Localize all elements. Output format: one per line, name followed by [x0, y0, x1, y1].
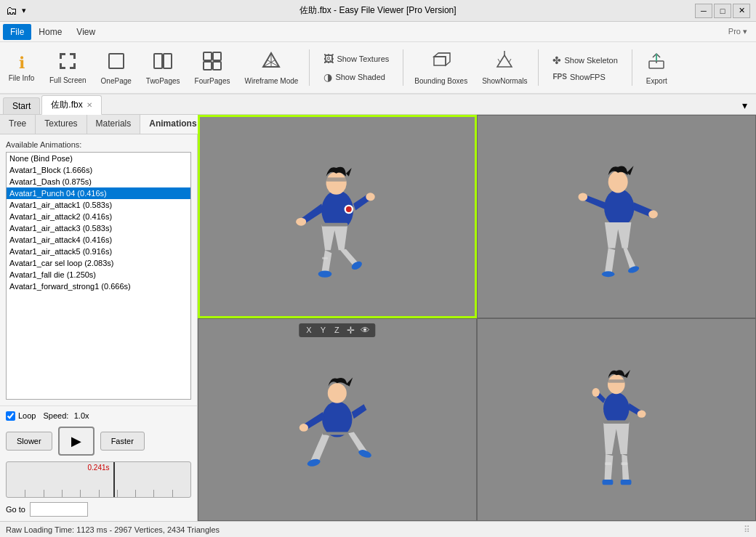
skeleton-icon: ✤ — [552, 54, 561, 66]
animation-list-item[interactable]: Avatar1_air_attack5 (0.916s) — [7, 246, 190, 257]
panel-tab-tree[interactable]: Tree — [0, 115, 36, 134]
menu-view[interactable]: View — [69, 24, 102, 40]
svg-rect-58 — [621, 480, 632, 485]
animation-list-item[interactable]: Avatar1_Block (1.666s) — [7, 164, 190, 176]
svg-point-37 — [346, 206, 352, 212]
play-icon: ▶ — [71, 433, 81, 449]
resize-handle[interactable]: ⠿ — [744, 525, 750, 535]
timeline[interactable]: 0.241s — [6, 461, 191, 498]
panel-tab-materials[interactable]: Materials — [87, 115, 141, 134]
show-shaded-label: Show Shaded — [335, 73, 385, 81]
close-button[interactable]: ✕ — [733, 4, 750, 18]
slower-button[interactable]: Slower — [6, 432, 52, 451]
animation-list-item[interactable]: Avatar1_fall die (1.250s) — [7, 269, 190, 280]
svg-line-24 — [498, 59, 500, 62]
animation-list-item[interactable]: Avatar1_Punch 04 (0.416s) — [7, 187, 190, 199]
viewport-top-left[interactable] — [198, 115, 477, 318]
show-fps-button[interactable]: FPS ShowFPS — [547, 70, 622, 84]
playhead — [113, 462, 115, 497]
svg-rect-7 — [73, 63, 76, 69]
four-pages-button[interactable]: FourPages — [188, 45, 237, 90]
tick6 — [117, 490, 118, 497]
svg-rect-13 — [204, 62, 212, 70]
panel-tab-animations[interactable]: Animations — [140, 115, 206, 134]
maximize-button[interactable]: □ — [714, 4, 731, 18]
loop-checkbox[interactable] — [6, 411, 15, 421]
show-normals-button[interactable]: ShowNormals — [475, 45, 534, 90]
two-pages-label: TwoPages — [146, 77, 180, 85]
loop-row: Loop — [6, 411, 36, 421]
axis-z-button[interactable]: Z — [333, 326, 341, 334]
svg-rect-1 — [60, 53, 62, 59]
wireframe-icon — [261, 51, 281, 76]
goto-row: Go to — [6, 502, 191, 517]
wireframe-button[interactable]: Wireframe Mode — [238, 45, 305, 90]
char-display-br — [478, 319, 755, 521]
tab-sasuke[interactable]: 佐助.fbx ✕ — [41, 95, 101, 115]
tab-close-icon[interactable]: ✕ — [87, 101, 92, 109]
export-button[interactable]: Export — [637, 45, 677, 90]
tab-start[interactable]: Start — [3, 97, 40, 114]
left-panel: Tree Textures Materials Animations Avail… — [0, 115, 198, 521]
animation-list-item[interactable]: Avatar1_air_attack3 (0.583s) — [7, 222, 190, 234]
animation-list-item[interactable]: Avatar1_air_attack2 (0.416s) — [7, 211, 190, 222]
viewport-top-right[interactable] — [477, 115, 756, 318]
animation-list-item[interactable]: None (Bind Pose) — [7, 153, 190, 164]
axis-rotate-icon[interactable]: 👁 — [361, 325, 370, 336]
svg-rect-60 — [605, 462, 611, 465]
menu-bar: File Home View Pro ▾ — [0, 22, 756, 42]
panel-tab-textures[interactable]: Textures — [36, 115, 87, 134]
animations-list[interactable]: None (Bind Pose)Avatar1_Block (1.666s)Av… — [7, 153, 190, 294]
viewport-bottom-right[interactable] — [477, 318, 756, 522]
texture-group: 🖼 Show Textures ◑ Show Shaded — [314, 51, 398, 85]
show-textures-button[interactable]: 🖼 Show Textures — [318, 51, 394, 67]
minimize-button[interactable]: ─ — [695, 4, 712, 18]
quick-access: ▾ — [22, 6, 26, 15]
show-skeleton-button[interactable]: ✤ Show Skeleton — [547, 52, 622, 68]
play-button[interactable]: ▶ — [58, 427, 94, 456]
animations-label: Available Animations: — [6, 140, 191, 149]
bounding-boxes-button[interactable]: Bounding Boxes — [408, 45, 474, 90]
animation-list-item[interactable]: Avatar1_forward_strong1 (0.666s) — [7, 280, 190, 292]
animation-list-item[interactable]: Avatar1_air_attack4 (0.416s) — [7, 234, 190, 246]
panel-tabs: Tree Textures Materials Animations — [0, 115, 197, 134]
two-pages-button[interactable]: TwoPages — [140, 45, 187, 90]
svg-point-44 — [602, 271, 614, 277]
file-info-button[interactable]: ℹ File Info — [1, 45, 41, 90]
tick4 — [80, 490, 81, 497]
textures-icon: 🖼 — [323, 53, 334, 65]
axis-y-button[interactable]: Y — [319, 326, 327, 334]
show-shaded-button[interactable]: ◑ Show Shaded — [318, 69, 394, 85]
animation-list-item[interactable]: Avatar1_forward_strong2 (0.666s) — [7, 292, 190, 294]
pro-label: Pro ▾ — [728, 27, 753, 36]
wireframe-label: Wireframe Mode — [244, 77, 298, 85]
svg-rect-5 — [60, 63, 62, 69]
one-page-button[interactable]: OnePage — [94, 45, 138, 90]
faster-button[interactable]: Faster — [100, 432, 145, 451]
file-info-label: File Info — [9, 74, 35, 82]
animation-list-item[interactable]: Avatar1_Dash (0.875s) — [7, 176, 190, 187]
svg-point-48 — [299, 424, 308, 432]
svg-rect-19 — [434, 57, 446, 65]
full-screen-button[interactable]: Full Screen — [43, 45, 93, 90]
tab-scroll-right[interactable]: ▾ — [736, 97, 753, 114]
file-info-icon: ℹ — [19, 54, 25, 73]
menu-file[interactable]: File — [3, 24, 31, 40]
char-display-tr — [478, 116, 755, 318]
animation-list-item[interactable]: Avatar1_air_attack1 (0.583s) — [7, 199, 190, 211]
axis-x-button[interactable]: X — [305, 326, 313, 334]
animation-list-item[interactable]: Avatar1_car sel loop (2.083s) — [7, 257, 190, 269]
svg-point-42 — [579, 193, 588, 201]
svg-rect-54 — [608, 379, 625, 382]
main-content: Tree Textures Materials Animations Avail… — [0, 115, 756, 521]
four-pages-icon — [202, 51, 222, 76]
goto-input[interactable] — [30, 502, 88, 517]
two-pages-icon — [153, 51, 173, 76]
tick2 — [44, 490, 44, 497]
full-screen-icon — [58, 52, 77, 75]
viewport-bottom-left[interactable]: X Y Z ✛ 👁 — [198, 318, 477, 522]
animations-list-container[interactable]: None (Bind Pose)Avatar1_Block (1.666s)Av… — [6, 152, 191, 400]
fps-icon: FPS — [552, 73, 566, 81]
axis-move-icon[interactable]: ✛ — [347, 325, 355, 336]
menu-home[interactable]: Home — [31, 24, 69, 40]
